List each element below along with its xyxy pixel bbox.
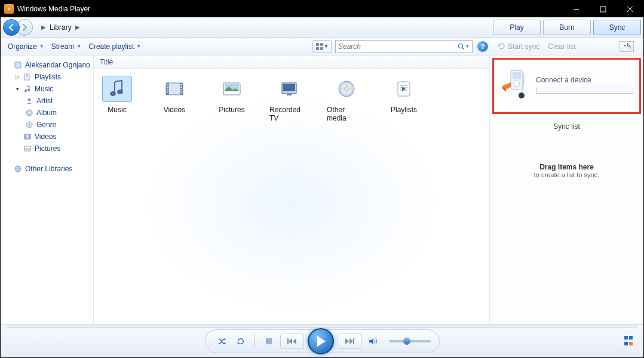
stream-menu[interactable]: Stream▼ [48,40,85,53]
playlist-icon [23,72,32,82]
tab-play[interactable]: Play [493,20,541,35]
tree-genre[interactable]: Genre [1,119,93,131]
chevron-right-icon: ▶ [41,24,46,30]
search-box[interactable]: ▼ [335,40,473,53]
minimize-button[interactable] [563,1,590,17]
titlebar: Windows Media Player [1,1,643,17]
search-icon[interactable]: ▼ [458,43,470,50]
library-item-recorded-tv[interactable]: Recorded TV [269,76,309,122]
tree-artist[interactable]: Artist [1,95,93,107]
svg-point-41 [234,85,237,87]
library-item-other-media[interactable]: Other media [327,76,366,122]
switch-to-now-playing-button[interactable] [624,336,635,347]
chevron-down-icon: ▼ [39,44,44,49]
nav-row: ▶ Library ▶ Play Burn Sync [1,17,643,38]
connect-device-box: Connect a device [492,58,641,114]
chevron-right-icon: ▶ [75,24,80,30]
stop-button[interactable] [261,334,277,349]
device-icon [500,68,530,101]
genre-icon [24,120,34,129]
sidebar: Aleksandar Ognjano ▷ Playlists ▾ Music A… [1,55,94,324]
maximize-button[interactable] [590,1,617,17]
chevron-down-icon: ▼ [76,44,81,49]
window-title: Windows Media Player [17,5,90,13]
svg-point-53 [514,81,520,87]
tree-pictures[interactable]: Pictures [1,143,93,155]
drag-hint: Drag items here to create a list to sync… [490,163,643,178]
create-playlist-menu[interactable]: Create playlist▼ [85,40,145,53]
svg-rect-10 [15,62,21,68]
play-button[interactable] [308,328,334,354]
main-view: Title Music Videos Pictures Recorded TV [94,55,489,324]
mute-button[interactable] [365,334,381,349]
sync-options-button[interactable] [620,41,634,52]
close-button[interactable] [617,1,643,17]
back-button[interactable] [3,19,20,36]
search-input[interactable] [338,42,458,51]
svg-point-18 [29,112,30,114]
view-options-button[interactable]: ▼ [312,40,332,53]
tree-other-libraries[interactable]: Other Libraries [1,163,93,175]
organize-menu[interactable]: Organize▼ [4,40,48,53]
seek-bar[interactable] [7,325,637,328]
chevron-down-icon: ▼ [324,44,329,48]
body: Aleksandar Ognjano ▷ Playlists ▾ Music A… [1,55,643,324]
svg-point-16 [28,98,31,101]
library-grid: Music Videos Pictures Recorded TV Other [94,69,489,129]
svg-point-20 [29,124,30,125]
library-item-pictures[interactable]: Pictures [212,76,252,122]
svg-rect-32 [167,87,168,88]
svg-point-54 [519,92,525,98]
clear-list-button: Clear list [548,42,576,51]
pictures-icon [23,144,32,153]
svg-rect-38 [180,91,182,92]
svg-rect-55 [266,338,272,344]
library-item-music[interactable]: Music [97,76,137,122]
expand-icon[interactable]: ▷ [15,74,20,80]
library-item-videos[interactable]: Videos [155,76,194,122]
tree-videos[interactable]: Videos [1,131,93,143]
svg-point-15 [27,89,30,91]
tab-sync[interactable]: Sync [593,20,641,35]
user-library-icon [13,60,23,70]
svg-rect-7 [320,47,323,50]
library-item-playlists[interactable]: Playlists [384,76,424,122]
breadcrumb-root[interactable]: Library [50,23,72,32]
music-icon [23,84,32,94]
svg-rect-56 [287,338,289,344]
svg-rect-36 [180,87,182,88]
svg-rect-57 [353,338,354,344]
column-header-title[interactable]: Title [94,55,489,69]
network-icon [13,164,23,174]
svg-rect-34 [167,91,168,92]
volume-slider[interactable] [389,340,431,342]
breadcrumb[interactable]: ▶ Library ▶ [41,23,80,32]
svg-rect-5 [320,43,323,46]
videos-icon [23,132,32,141]
svg-rect-37 [180,89,182,90]
tab-burn[interactable]: Burn [543,20,591,35]
tree-music[interactable]: ▾ Music [1,83,93,95]
start-sync-button: Start sync [498,42,539,51]
tree-playlists[interactable]: ▷ Playlists [1,71,93,83]
repeat-button[interactable] [233,334,249,349]
device-progress [536,88,633,94]
collapse-icon[interactable]: ▾ [15,86,20,92]
tree-user[interactable]: Aleksandar Ognjano [1,59,93,71]
tree-album[interactable]: Album [1,107,93,119]
svg-rect-43 [283,84,295,91]
svg-line-9 [462,48,464,50]
shuffle-button[interactable] [214,334,229,349]
svg-rect-44 [287,94,292,95]
svg-rect-23 [29,134,30,139]
album-icon [24,108,34,118]
svg-rect-22 [24,134,26,139]
next-button[interactable] [338,334,361,349]
svg-rect-31 [167,84,168,85]
previous-button[interactable] [280,334,304,349]
svg-rect-52 [513,72,521,79]
player-controls [205,329,440,353]
help-button[interactable]: ? [477,41,488,52]
svg-rect-4 [316,43,319,46]
svg-point-27 [117,90,123,94]
